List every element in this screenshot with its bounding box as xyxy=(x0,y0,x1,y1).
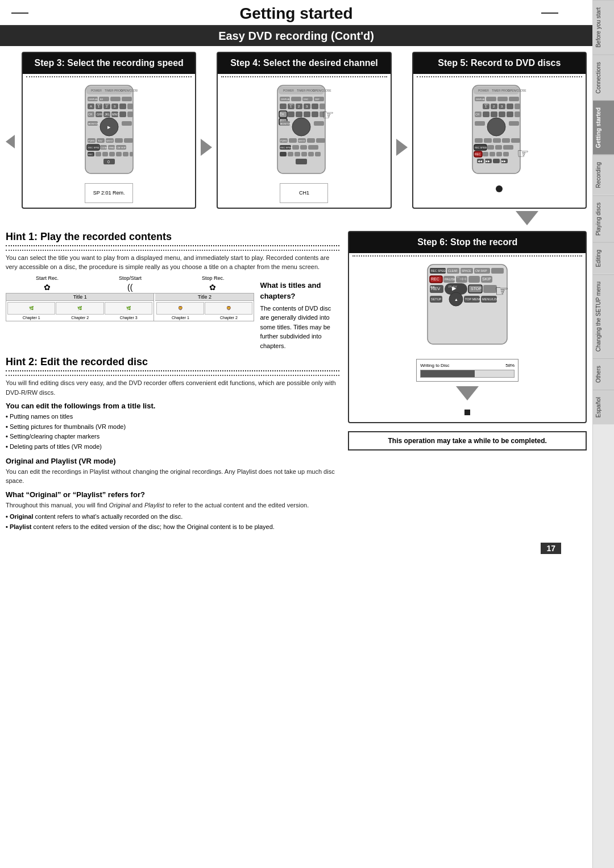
svg-text:CM SKIP: CM SKIP xyxy=(475,269,487,272)
title2-label: Title 2 xyxy=(155,294,254,301)
svg-rect-9 xyxy=(110,97,121,101)
note-text: This operation may take a while to be co… xyxy=(388,437,547,445)
svg-rect-111 xyxy=(292,145,299,150)
svg-text:DSC: DSC xyxy=(304,98,309,101)
step5-box: Step 5: Record to DVD discs POWER TIMER … xyxy=(412,52,587,209)
svg-rect-119 xyxy=(315,152,321,156)
svg-text:CLEAR: CLEAR xyxy=(101,146,108,149)
page-wrapper: Getting started Easy DVD recording (Cont… xyxy=(0,0,614,868)
svg-text:⊣⊣: ⊣⊣ xyxy=(459,277,466,281)
svg-rect-152 xyxy=(484,138,492,143)
svg-rect-77 xyxy=(280,104,287,109)
svg-rect-117 xyxy=(301,152,307,156)
svg-rect-118 xyxy=(308,152,314,156)
hint2-sub-title3: What “Original” or “Playlist” refers for… xyxy=(6,490,339,499)
page-title-bar: Getting started xyxy=(0,0,592,26)
svg-text:SPACE: SPACE xyxy=(109,146,117,149)
title1-block: Title 1 🌿 🌿 🌿 Chapter 1 Chapter 2 xyxy=(6,294,154,321)
svg-text:TOP MENU: TOP MENU xyxy=(465,297,482,301)
page-number: 17 xyxy=(541,543,561,554)
svg-rect-147 xyxy=(515,111,520,117)
step5-indicator xyxy=(496,185,503,192)
step6-divider xyxy=(352,255,582,257)
svg-rect-139 xyxy=(507,104,513,109)
step5-remote-wrapper: POWER TIMER PROG. OPEN/CLOSE DISPLAY 1 A xyxy=(418,84,581,181)
svg-text:DISPLAY: DISPLAY xyxy=(281,98,291,101)
svg-text:▼: ▼ xyxy=(280,118,282,121)
note-box: This operation may take a while to be co… xyxy=(348,431,587,450)
title1-label: Title 1 xyxy=(6,294,154,301)
progress-label-text: Writing to Disc xyxy=(420,363,449,368)
step6-stop-indicator xyxy=(464,410,470,415)
hint2-bullet2-1: Original content refers to what’s actual… xyxy=(6,512,339,522)
step4-remote-wrapper: POWER TIMER PROG. OPEN/CLOSE DISPLAY DSC… xyxy=(222,84,385,181)
svg-rect-144 xyxy=(491,111,497,117)
step4-divider xyxy=(221,76,387,77)
t1-ch1-icon: 🌿 xyxy=(7,302,55,315)
playlist-italic: Playlist xyxy=(144,502,164,509)
hint2-bullet-list: Putting names on titles Setting pictures… xyxy=(6,412,339,452)
main-content: Getting started Easy DVD recording (Cont… xyxy=(0,0,592,868)
arrow-step4-5 xyxy=(396,86,408,209)
svg-text:H: H xyxy=(457,275,459,279)
svg-text:DEF: DEF xyxy=(105,103,110,106)
svg-text:REC SPEED: REC SPEED xyxy=(431,269,447,272)
svg-text:OPEN/CLOSE: OPEN/CLOSE xyxy=(508,89,526,92)
t2-ch2-label: Chapter 2 xyxy=(205,316,252,320)
svg-text:▶▶: ▶▶ xyxy=(486,159,490,163)
hint1-divider xyxy=(6,250,339,251)
svg-rect-85 xyxy=(312,104,318,109)
diagram-header-2: Stop/Start xyxy=(119,275,142,281)
diagram-headers: Start Rec. Stop/Start Stop Rec. xyxy=(6,275,254,281)
progress-percent: 58% xyxy=(505,363,515,368)
arrow-shape-3-4 xyxy=(201,139,212,156)
step6-header: Step 6: Stop the record xyxy=(349,232,586,253)
svg-rect-160 xyxy=(503,145,513,150)
hint2-bullet-3: Setting/clearing chapter markers xyxy=(6,432,339,442)
svg-rect-58 xyxy=(109,152,115,156)
step5-divider xyxy=(417,76,582,77)
step3-remote-svg: POWER TIMER PROG. OPEN/CLOSE DISPLAY B/I xyxy=(81,84,138,181)
step6-progress-area: Writing to Disc 58% xyxy=(416,359,518,382)
title2-block: Title 2 🦁 🦁 Chapter 1 Chapter 2 xyxy=(155,294,254,321)
step5-content: POWER TIMER PROG. OPEN/CLOSE DISPLAY 1 A xyxy=(413,80,586,205)
hint1-diagram-area: Start Rec. Stop/Start Stop Rec. ✿ (( ✿ xyxy=(6,275,339,351)
svg-text:PQRS: PQRS xyxy=(88,139,95,142)
svg-rect-159 xyxy=(495,145,502,150)
t2-ch1-label: Chapter 1 xyxy=(156,316,204,320)
sidebar-tab-before-you-start: Before you start xyxy=(593,0,614,55)
hint1-diagram: Start Rec. Stop/Start Stop Rec. ✿ (( ✿ xyxy=(6,275,254,351)
svg-rect-192 xyxy=(468,276,480,283)
t2-ch1-icon: 🦁 xyxy=(156,302,204,315)
svg-text:WXYZ: WXYZ xyxy=(106,139,113,142)
sidebar-tab-connections: Connections xyxy=(593,55,614,101)
right-sidebar: Before you start Connections Getting sta… xyxy=(592,0,614,868)
svg-rect-130 xyxy=(497,97,508,101)
arrow-down-step6 xyxy=(516,211,538,225)
steps-row: Step 3: Select the recording speed POWER… xyxy=(0,46,592,209)
arrow-icon-1: (( xyxy=(127,283,132,292)
page-title: Getting started xyxy=(239,5,352,22)
svg-text:ABC: ABC xyxy=(97,103,102,106)
hint2-sub-body3: Throughout this manual, you will find Or… xyxy=(6,501,339,510)
svg-text:SETUP: SETUP xyxy=(431,297,442,301)
svg-text:REC: REC xyxy=(88,153,93,156)
svg-rect-150 xyxy=(509,121,519,126)
sidebar-tab-getting-started: Getting started xyxy=(593,100,614,155)
svg-rect-163 xyxy=(483,152,488,156)
svg-text:0: 0 xyxy=(107,160,110,164)
flower-icon-2: ✿ xyxy=(209,283,216,292)
playlist-bold: Playlist xyxy=(10,523,32,530)
title1-chapters: 🌿 🌿 🌿 xyxy=(6,301,154,316)
sidebar-tab-recording: Recording xyxy=(593,155,614,195)
page-number-area: 17 xyxy=(0,543,592,553)
t1-ch3-label: Chapter 3 xyxy=(105,316,152,320)
hint2-bullet-list2: Original content refers to what’s actual… xyxy=(6,512,339,532)
svg-text:POWER: POWER xyxy=(91,89,102,92)
arrow-left-shape xyxy=(6,135,15,148)
svg-rect-96 xyxy=(312,111,318,117)
svg-rect-44 xyxy=(115,138,123,143)
title1-chapter-labels: Chapter 1 Chapter 2 Chapter 3 xyxy=(6,316,154,321)
svg-text:OPEN/CLOSE: OPEN/CLOSE xyxy=(121,89,138,92)
svg-text:CLEAR: CLEAR xyxy=(448,269,458,272)
